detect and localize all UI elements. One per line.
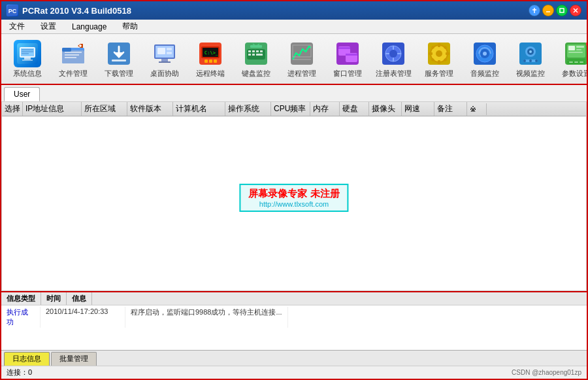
status-bar: 连接：0 CSDN @zhaopeng01zp xyxy=(1,366,587,379)
close-button[interactable] xyxy=(570,5,581,16)
remote-icon: C:\>_ xyxy=(197,40,224,67)
svg-rect-45 xyxy=(256,50,259,52)
toolbar-settings[interactable]: 参数设置 xyxy=(554,37,587,81)
toolbar-window[interactable]: 窗口管理 xyxy=(325,37,370,81)
col-header-ip: IP地址信息 xyxy=(23,102,82,116)
minimize-button[interactable] xyxy=(542,5,554,16)
svg-point-70 xyxy=(436,50,442,57)
main-window: PC PCRat 2010 V3.4 Build0518 文件 设置 Langu… xyxy=(0,0,588,380)
col-header-cam: 摄像头 xyxy=(369,102,402,116)
sysinfo-label: 系统信息 xyxy=(13,69,42,77)
svg-rect-31 xyxy=(157,48,165,54)
toolbar-process[interactable]: 进程管理 xyxy=(280,37,324,81)
toolbar-sysinfo[interactable]: 系统信息 xyxy=(5,37,50,81)
svg-rect-60 xyxy=(346,54,357,56)
toolbar-registry[interactable]: 注册表管理 xyxy=(371,37,416,81)
col-header-more: ※ xyxy=(467,103,487,115)
toolbar-keyboard[interactable]: 键盘监控 xyxy=(234,37,278,81)
desktop-label: 桌面协助 xyxy=(150,69,179,77)
filemgr-label: 文件管理 xyxy=(59,69,88,77)
col-header-computer: 计算机名 xyxy=(173,102,225,116)
svg-rect-46 xyxy=(260,50,263,52)
maximize-button[interactable] xyxy=(556,5,568,16)
watermark-box: 屏幕录像专家 未注册 http://www.tlxsoft.com xyxy=(239,184,348,212)
process-icon xyxy=(288,40,316,67)
toolbar-dlmgr[interactable]: 下载管理 xyxy=(97,37,141,81)
table-body: 屏幕录像专家 未注册 http://www.tlxsoft.com xyxy=(2,116,586,290)
svg-rect-43 xyxy=(248,50,251,52)
svg-rect-10 xyxy=(22,60,33,61)
svg-rect-96 xyxy=(568,52,583,53)
svg-rect-44 xyxy=(252,50,255,52)
col-header-note: 备注 xyxy=(434,102,467,116)
pin-button[interactable] xyxy=(529,5,540,16)
col-header-net: 网速 xyxy=(402,102,434,116)
toolbar-audio[interactable]: 音频监控 xyxy=(463,37,507,81)
log-row: 执行成功 2010/11/4-17:20:33 程序启动，监听端口9988成功，… xyxy=(1,305,587,329)
title-bar-left: PC PCRat 2010 V3.4 Build0518 xyxy=(7,5,131,16)
log-time: 2010/11/4-17:20:33 xyxy=(41,307,125,328)
col-header-os: 操作系统 xyxy=(225,102,271,116)
bottom-tab-batch[interactable]: 批量管理 xyxy=(51,352,97,366)
service-icon xyxy=(425,40,453,67)
bottom-tab-log[interactable]: 日志信息 xyxy=(4,352,50,366)
registry-icon xyxy=(380,40,407,67)
connection-count: 0 xyxy=(28,368,32,376)
svg-rect-97 xyxy=(567,59,585,60)
svg-point-88 xyxy=(523,60,526,62)
tab-user[interactable]: User xyxy=(4,87,40,101)
table-header: 选择 IP地址信息 所在区域 软件版本 计算机名 操作系统 CPU频率 内存 硬… xyxy=(2,102,586,116)
svg-rect-74 xyxy=(446,52,449,55)
toolbar-service[interactable]: 服务管理 xyxy=(417,37,461,81)
svg-rect-39 xyxy=(209,60,212,63)
menu-file[interactable]: 文件 xyxy=(4,20,30,33)
toolbar-filemgr[interactable]: 文件管理 xyxy=(51,37,95,81)
svg-rect-94 xyxy=(576,46,584,48)
log-col-msg: 信息 xyxy=(67,292,92,305)
window-icon xyxy=(334,40,361,67)
toolbar-video[interactable]: 视频监控 xyxy=(508,37,553,81)
toolbar-desktop[interactable]: 桌面协助 xyxy=(142,37,187,81)
window-title: PCRat 2010 V3.4 Build0518 xyxy=(22,6,131,16)
menu-settings[interactable]: 设置 xyxy=(35,20,61,33)
svg-rect-99 xyxy=(569,61,573,63)
connection-status: 连接：0 xyxy=(7,368,32,377)
svg-rect-33 xyxy=(167,52,172,54)
svg-rect-38 xyxy=(204,60,208,63)
toolbar-remote[interactable]: C:\>_ 远程终端 xyxy=(188,37,233,81)
table-area: 选择 IP地址信息 所在区域 软件版本 计算机名 操作系统 CPU频率 内存 硬… xyxy=(1,101,587,291)
svg-rect-53 xyxy=(291,43,313,65)
svg-rect-73 xyxy=(429,52,433,55)
svg-rect-95 xyxy=(576,49,581,50)
bottom-tabs: 日志信息 批量管理 xyxy=(1,350,587,366)
menu-help[interactable]: 帮助 xyxy=(117,20,143,33)
svg-rect-58 xyxy=(338,47,350,49)
svg-rect-101 xyxy=(580,61,583,63)
svg-rect-26 xyxy=(112,60,126,61)
svg-point-63 xyxy=(389,50,397,58)
sysinfo-icon xyxy=(14,40,41,67)
log-col-type: 信息类型 xyxy=(1,292,41,305)
filemgr-icon xyxy=(59,40,87,67)
menu-bar: 文件 设置 Language 帮助 xyxy=(1,20,587,34)
svg-rect-17 xyxy=(65,52,82,53)
main-area: User 选择 IP地址信息 所在区域 软件版本 计算机名 操作系统 CPU频率… xyxy=(1,85,587,379)
log-type: 执行成功 xyxy=(1,307,41,328)
menu-language[interactable]: Language xyxy=(67,21,112,33)
process-label: 进程管理 xyxy=(287,69,316,77)
svg-rect-100 xyxy=(574,61,578,63)
col-header-region: 所在区域 xyxy=(82,102,127,116)
svg-rect-9 xyxy=(24,58,31,60)
registry-label: 注册表管理 xyxy=(376,69,412,77)
svg-rect-32 xyxy=(167,48,172,50)
dlmgr-icon xyxy=(105,40,133,67)
log-message: 程序启动，监听端口9988成功，等待主机连接... xyxy=(125,307,288,328)
svg-rect-48 xyxy=(252,54,255,56)
svg-rect-16 xyxy=(62,48,71,52)
col-header-version: 软件版本 xyxy=(127,102,173,116)
watermark-title: 屏幕录像专家 未注册 xyxy=(248,188,339,200)
col-header-cpu: CPU频率 xyxy=(271,102,310,116)
svg-rect-18 xyxy=(65,54,79,56)
svg-text:PC: PC xyxy=(8,8,17,14)
keyboard-label: 键盘监控 xyxy=(242,69,270,77)
